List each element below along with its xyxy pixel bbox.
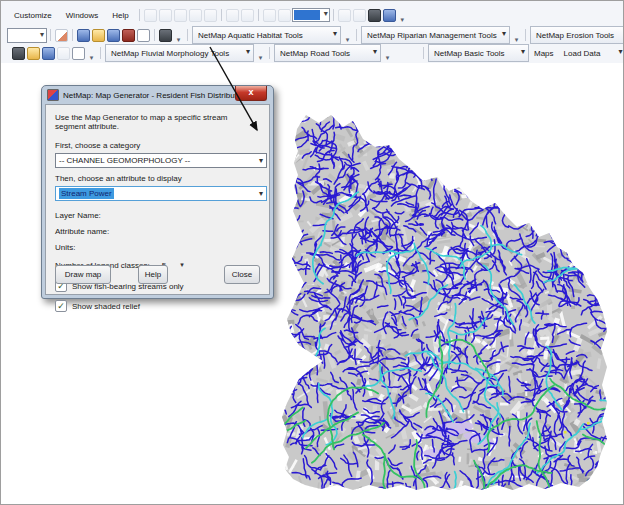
plug-connect-icon[interactable] xyxy=(159,29,172,42)
category-value: -- CHANNEL GEOMORPHOLOGY -- xyxy=(59,156,190,165)
copy-icon[interactable] xyxy=(353,9,366,22)
layout-icon[interactable] xyxy=(159,9,172,22)
monitor-icon[interactable] xyxy=(72,47,85,60)
dialog-body: Use the Map Generator to map a specific … xyxy=(45,104,270,295)
help-button[interactable]: Help xyxy=(138,265,168,284)
toolbar-overflow-icon[interactable]: ▾ xyxy=(512,28,521,42)
editor-toolbar: ▾ NetMap Aquatic Habitat Tools ▾ NetMap … xyxy=(7,27,624,43)
save-icon[interactable] xyxy=(338,9,351,22)
server-icon[interactable] xyxy=(122,29,135,42)
map-window-icon[interactable] xyxy=(77,29,90,42)
menu-bar: Customize Windows Help ▾ xyxy=(7,7,408,23)
align-icon[interactable] xyxy=(278,9,291,22)
category-combobox[interactable]: -- CHANNEL GEOMORPHOLOGY -- xyxy=(55,153,267,168)
layout-icon[interactable] xyxy=(144,9,157,22)
attribute-name-label: Attribute name: xyxy=(55,227,260,236)
align-icon[interactable] xyxy=(263,9,276,22)
toolbar-overflow-icon[interactable]: ▾ xyxy=(87,46,96,60)
units-label: Units: xyxy=(55,243,260,252)
netmap-app-icon xyxy=(47,89,59,101)
attribute-label: Then, choose an attribute to display xyxy=(55,174,260,183)
layer-name-label: Layer Name: xyxy=(55,211,260,220)
close-button[interactable]: Close xyxy=(224,265,260,284)
category-label: First, choose a category xyxy=(55,141,260,150)
shaded-relief-checkbox-row: ✓ Show shaded relief xyxy=(55,300,260,312)
grid-icon[interactable] xyxy=(241,9,254,22)
layout-icon[interactable] xyxy=(204,9,217,22)
binoculars-find-icon[interactable] xyxy=(12,47,25,60)
toolbar-overflow-icon[interactable]: ▾ xyxy=(383,46,392,60)
attribute-combobox[interactable]: Stream Power xyxy=(55,186,267,201)
editor-combobox[interactable] xyxy=(7,28,47,43)
report-icon[interactable] xyxy=(383,9,396,22)
toolbar-overflow-icon[interactable]: ▾ xyxy=(174,28,183,42)
application-window: Customize Windows Help ▾ xyxy=(0,0,624,505)
map-generator-dialog: NetMap: Map Generator - Resident Fish Di… xyxy=(41,85,274,299)
tools-toolbar: ▾ NetMap Fluvial Morphology Tools ▾ NetM… xyxy=(11,45,624,61)
scale-combobox[interactable] xyxy=(292,8,330,22)
load-data-dropdown[interactable]: Load Data xyxy=(559,45,624,61)
shaded-relief-checkbox[interactable]: ✓ xyxy=(55,300,67,312)
attribute-value: Stream Power xyxy=(59,188,114,199)
fluvial-morphology-tools-dropdown[interactable]: NetMap Fluvial Morphology Tools xyxy=(105,44,254,62)
grid-icon[interactable] xyxy=(226,9,239,22)
toolbar-overflow-icon[interactable]: ▾ xyxy=(343,28,352,42)
layout-icon[interactable] xyxy=(189,9,202,22)
draw-map-button[interactable]: Draw map xyxy=(55,265,111,284)
road-tools-dropdown[interactable]: NetMap Road Tools xyxy=(274,44,381,62)
dialog-title: NetMap: Map Generator - Resident Fish Di… xyxy=(63,91,248,100)
menu-windows[interactable]: Windows xyxy=(59,9,105,22)
layout-icon[interactable] xyxy=(174,9,187,22)
close-icon[interactable]: x xyxy=(235,86,267,101)
toolbar-area: Customize Windows Help ▾ xyxy=(1,1,623,63)
find-similar-icon[interactable] xyxy=(368,9,381,22)
window-icon[interactable] xyxy=(57,47,70,60)
toolbox-window-icon[interactable] xyxy=(107,29,120,42)
catalog-window-icon[interactable] xyxy=(92,29,105,42)
person-icon[interactable] xyxy=(42,47,55,60)
shaded-relief-label: Show shaded relief xyxy=(72,302,140,311)
aquatic-habitat-tools-dropdown[interactable]: NetMap Aquatic Habitat Tools xyxy=(192,26,341,44)
riparian-management-tools-dropdown[interactable]: NetMap Riparian Management Tools xyxy=(361,26,510,44)
menu-customize[interactable]: Customize xyxy=(7,9,59,22)
maps-button[interactable]: Maps xyxy=(530,47,558,60)
toolbar-overflow-icon[interactable]: ▾ xyxy=(398,8,407,22)
edit-sketch-icon[interactable] xyxy=(55,29,68,42)
toolbar-overflow-icon[interactable]: ▾ xyxy=(256,46,265,60)
basic-tools-dropdown[interactable]: NetMap Basic Tools xyxy=(428,44,529,62)
stamp-icon[interactable] xyxy=(27,47,40,60)
erosion-tools-dropdown[interactable]: NetMap Erosion Tools xyxy=(530,26,624,44)
menu-help[interactable]: Help xyxy=(105,9,135,22)
blank-window-icon[interactable] xyxy=(137,29,150,42)
dialog-intro-text: Use the Map Generator to map a specific … xyxy=(55,113,260,131)
dialog-titlebar[interactable]: NetMap: Map Generator - Resident Fish Di… xyxy=(42,86,273,104)
